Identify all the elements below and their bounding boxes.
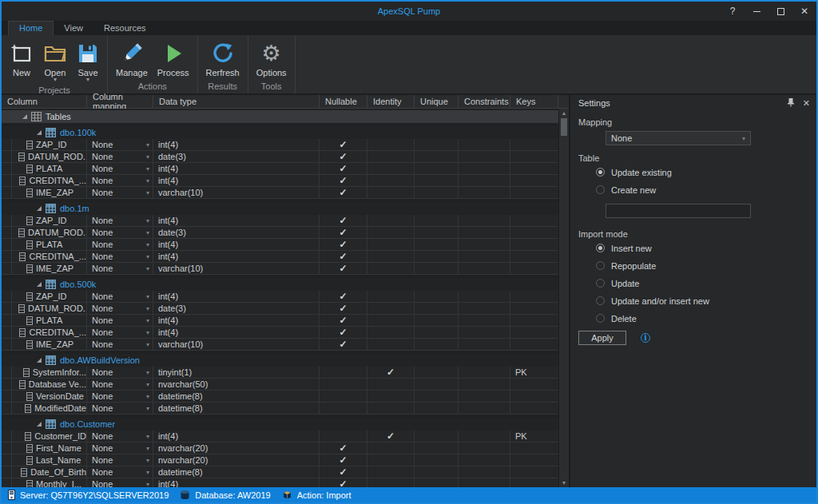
column-mapping-dropdown[interactable]: None▾ [87, 215, 153, 226]
tab-view[interactable]: View [54, 22, 93, 35]
column-mapping-dropdown[interactable]: None▾ [87, 478, 153, 487]
mapping-dropdown[interactable]: None ▾ [606, 131, 751, 145]
column-header-column-mapping[interactable]: Column mapping [87, 95, 153, 108]
column-mapping-dropdown[interactable]: None▾ [87, 239, 153, 250]
column-mapping-dropdown[interactable]: None▾ [87, 367, 153, 378]
refresh-icon [211, 41, 235, 66]
column-mapping-dropdown[interactable]: None▾ [87, 175, 153, 186]
vertical-scrollbar[interactable]: ▲ ▼ [558, 109, 569, 487]
table-row[interactable]: IME_ZAPNone▾varchar(10)✓ [2, 263, 558, 275]
column-mapping-dropdown[interactable]: None▾ [87, 291, 153, 302]
radio-import-delete[interactable]: Delete [596, 313, 808, 323]
group-row-dbo-1m[interactable]: dbo.1m [2, 202, 558, 215]
column-header-nullable[interactable]: Nullable [320, 95, 367, 108]
save-button[interactable]: Save▾ [72, 39, 104, 84]
expand-collapse-icon[interactable] [37, 422, 42, 427]
column-header-identity[interactable]: Identity [367, 95, 415, 108]
column-header-constraints[interactable]: Constraints [459, 95, 510, 108]
column-mapping-dropdown[interactable]: None▾ [87, 163, 153, 174]
column-mapping-dropdown[interactable]: None▾ [87, 151, 153, 162]
table-row[interactable]: IME_ZAPNone▾varchar(10)✓ [2, 187, 558, 199]
column-mapping-dropdown[interactable]: None▾ [87, 263, 153, 274]
minimize-button[interactable] [745, 2, 768, 21]
group-row-dbo-AWBuildVersion[interactable]: dbo.AWBuildVersion [2, 354, 558, 367]
new-table-name-input[interactable] [606, 204, 751, 218]
column-header-data-type[interactable]: Data type [153, 95, 320, 108]
column-header-keys[interactable]: Keys [510, 95, 558, 108]
close-panel-icon[interactable]: ✕ [803, 98, 810, 109]
column-mapping-dropdown[interactable]: None▾ [87, 227, 153, 238]
table-row[interactable]: PLATANone▾int(4)✓ [2, 163, 558, 175]
manage-button[interactable]: Manage [111, 39, 153, 79]
group-row-dbo-500k[interactable]: dbo.500k [2, 278, 558, 291]
expand-collapse-icon[interactable] [37, 358, 42, 363]
tab-home[interactable]: Home [8, 21, 54, 35]
column-mapping-dropdown[interactable]: None▾ [87, 187, 153, 198]
column-mapping-dropdown[interactable]: None▾ [87, 303, 153, 314]
options-button[interactable]: ⚙Options [252, 39, 292, 79]
table-row[interactable]: Monthly_I...None▾int(4)✓ [2, 478, 558, 487]
group-row-dbo-100k[interactable]: dbo.100k [2, 126, 558, 139]
column-mapping-dropdown[interactable]: None▾ [87, 379, 153, 390]
table-row[interactable]: PLATANone▾int(4)✓ [2, 315, 558, 327]
pin-icon[interactable] [787, 97, 795, 109]
scroll-down-icon[interactable]: ▼ [559, 480, 569, 486]
column-header-column[interactable]: Column [2, 95, 87, 108]
maximize-button[interactable] [768, 2, 792, 21]
column-mapping-dropdown[interactable]: None▾ [87, 315, 153, 326]
table-row[interactable]: First_NameNone▾nvarchar(20)✓ [2, 442, 558, 454]
expand-collapse-icon[interactable] [37, 130, 42, 135]
tab-resources[interactable]: Resources [93, 22, 157, 35]
expand-collapse-icon[interactable] [37, 282, 42, 287]
table-row[interactable]: DATUM_ROD...None▾date(3)✓ [2, 303, 558, 315]
radio-import-update-and-or-insert-new[interactable]: Update and/or insert new [596, 296, 808, 306]
table-row[interactable]: IME_ZAPNone▾varchar(10)✓ [2, 339, 558, 351]
group-row-dbo-Customer[interactable]: dbo.Customer [2, 418, 558, 431]
help-button[interactable]: ? [721, 2, 745, 21]
table-row[interactable]: DATUM_ROD...None▾date(3)✓ [2, 227, 558, 239]
expand-collapse-icon[interactable] [37, 206, 42, 211]
column-mapping-dropdown[interactable]: None▾ [87, 466, 153, 478]
table-row[interactable]: Last_NameNone▾nvarchar(20)✓ [2, 454, 558, 466]
open-button[interactable]: Open▾ [38, 39, 72, 84]
column-mapping-dropdown[interactable]: None▾ [87, 431, 153, 442]
table-row[interactable]: CREDITNA_...None▾int(4)✓ [2, 175, 558, 187]
column-mapping-dropdown[interactable]: None▾ [87, 139, 153, 150]
radio-import-repopulate[interactable]: Repopulate [596, 260, 808, 271]
table-row[interactable]: ZAP_IDNone▾int(4)✓ [2, 215, 558, 227]
scrollbar-thumb[interactable] [561, 118, 567, 136]
column-mapping-dropdown[interactable]: None▾ [87, 454, 153, 466]
table-row[interactable]: SystemInfor...None▾tinyint(1)✓PK [2, 367, 558, 379]
table-row[interactable]: Date_Of_BirthNone▾datetime(8)✓ [2, 466, 558, 478]
expand-collapse-icon[interactable] [22, 114, 27, 119]
table-row[interactable]: CREDITNA_...None▾int(4)✓ [2, 251, 558, 263]
column-header-unique[interactable]: Unique [415, 95, 459, 108]
column-mapping-dropdown[interactable]: None▾ [87, 442, 153, 454]
column-mapping-dropdown[interactable]: None▾ [87, 391, 153, 402]
radio-import-update[interactable]: Update [596, 278, 808, 288]
group-row-tables[interactable]: Tables [2, 110, 558, 123]
scroll-up-icon[interactable]: ▲ [559, 110, 569, 116]
radio-import-insert-new[interactable]: Insert new [596, 243, 808, 253]
table-row[interactable]: CREDITNA_...None▾int(4)✓ [2, 327, 558, 339]
column-mapping-dropdown[interactable]: None▾ [87, 339, 153, 350]
table-row[interactable]: ZAP_IDNone▾int(4)✓ [2, 139, 558, 151]
table-row[interactable]: Customer_IDNone▾int(4)✓PK [2, 431, 558, 442]
process-button[interactable]: Process [153, 39, 194, 79]
apply-button[interactable]: Apply [578, 331, 626, 345]
info-icon[interactable]: i [641, 333, 650, 343]
radio-table-update-existing[interactable]: Update existing [596, 167, 808, 177]
column-mapping-dropdown[interactable]: None▾ [87, 327, 153, 338]
column-mapping-dropdown[interactable]: None▾ [87, 251, 153, 262]
rerfresh-button[interactable]: Rerfresh [201, 39, 244, 79]
radio-table-create-new[interactable]: Create new [596, 185, 808, 195]
table-row[interactable]: Database Ve...None▾nvarchar(50) [2, 379, 558, 391]
table-row[interactable]: PLATANone▾int(4)✓ [2, 239, 558, 251]
table-row[interactable]: ZAP_IDNone▾int(4)✓ [2, 291, 558, 303]
new-button[interactable]: New [5, 39, 38, 79]
table-row[interactable]: DATUM_ROD...None▾date(3)✓ [2, 151, 558, 163]
column-mapping-dropdown[interactable]: None▾ [87, 403, 153, 414]
table-row[interactable]: VersionDateNone▾datetime(8) [2, 391, 558, 403]
close-button[interactable]: ✕ [792, 2, 816, 21]
table-row[interactable]: ModifiedDateNone▾datetime(8) [2, 403, 558, 415]
